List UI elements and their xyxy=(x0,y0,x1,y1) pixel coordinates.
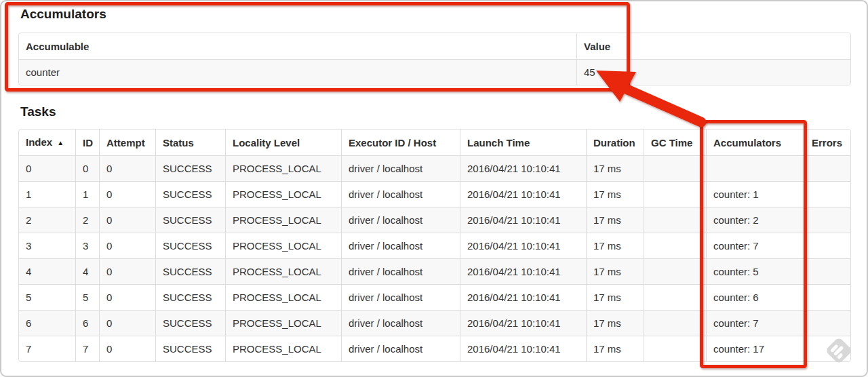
cell-executor: driver / localhost xyxy=(341,181,460,207)
column-header-gc-time[interactable]: GC Time xyxy=(644,130,706,155)
cell-errors xyxy=(804,207,850,233)
column-header-value[interactable]: Value xyxy=(576,33,850,59)
column-header-attempt[interactable]: Attempt xyxy=(99,130,155,155)
cell-errors xyxy=(804,181,850,207)
cell-attempt: 0 xyxy=(99,233,155,258)
column-header-status[interactable]: Status xyxy=(155,130,225,155)
tasks-header-row: Index▲ ID Attempt Status Locality Level … xyxy=(19,130,850,155)
cell-attempt: 0 xyxy=(99,284,155,310)
cell-index: 4 xyxy=(19,258,75,284)
cell-gc xyxy=(644,233,706,258)
cell-duration: 17 ms xyxy=(586,310,644,336)
cell-value: 45 xyxy=(576,59,850,85)
cell-locality: PROCESS_LOCAL xyxy=(225,207,341,233)
cell-gc xyxy=(644,336,706,361)
cell-locality: PROCESS_LOCAL xyxy=(225,233,341,258)
cell-duration: 17 ms xyxy=(586,207,644,233)
cell-duration: 17 ms xyxy=(586,181,644,207)
accumulators-header-row: Accumulable Value xyxy=(19,33,850,59)
cell-gc xyxy=(644,207,706,233)
table-row: 770SUCCESSPROCESS_LOCALdriver / localhos… xyxy=(19,336,850,361)
spark-stage-detail-page: Accumulators Accumulable Value counter45… xyxy=(18,7,850,362)
cell-locality: PROCESS_LOCAL xyxy=(225,181,341,207)
cell-executor: driver / localhost xyxy=(341,258,460,284)
cell-launch: 2016/04/21 10:10:41 xyxy=(460,207,586,233)
cell-status: SUCCESS xyxy=(155,233,225,258)
cell-gc xyxy=(644,155,706,181)
cell-status: SUCCESS xyxy=(155,284,225,310)
cell-id: 4 xyxy=(75,258,99,284)
cell-accumulators: counter: 1 xyxy=(706,181,804,207)
column-header-locality-level[interactable]: Locality Level xyxy=(225,130,341,155)
column-header-id[interactable]: ID xyxy=(75,130,99,155)
cell-status: SUCCESS xyxy=(155,336,225,361)
cell-errors xyxy=(804,258,850,284)
column-header-duration[interactable]: Duration xyxy=(586,130,644,155)
cell-index: 3 xyxy=(19,233,75,258)
cell-launch: 2016/04/21 10:10:41 xyxy=(460,336,586,361)
cell-attempt: 0 xyxy=(99,207,155,233)
cell-status: SUCCESS xyxy=(155,258,225,284)
cell-executor: driver / localhost xyxy=(341,336,460,361)
table-row: 000SUCCESSPROCESS_LOCALdriver / localhos… xyxy=(19,155,850,181)
cell-id: 0 xyxy=(75,155,99,181)
cell-accumulators: counter: 7 xyxy=(706,310,804,336)
tasks-table: Index▲ ID Attempt Status Locality Level … xyxy=(18,129,851,362)
cell-index: 0 xyxy=(19,155,75,181)
cell-status: SUCCESS xyxy=(155,181,225,207)
cell-duration: 17 ms xyxy=(586,258,644,284)
cell-executor: driver / localhost xyxy=(341,233,460,258)
table-row: 330SUCCESSPROCESS_LOCALdriver / localhos… xyxy=(19,233,850,258)
column-header-accumulable[interactable]: Accumulable xyxy=(19,33,576,59)
cell-status: SUCCESS xyxy=(155,207,225,233)
column-header-accumulators[interactable]: Accumulators xyxy=(706,130,804,155)
table-row: 220SUCCESSPROCESS_LOCALdriver / localhos… xyxy=(19,207,850,233)
cell-attempt: 0 xyxy=(99,336,155,361)
cell-accumulable: counter xyxy=(19,59,576,85)
cell-gc xyxy=(644,284,706,310)
table-row: 660SUCCESSPROCESS_LOCALdriver / localhos… xyxy=(19,310,850,336)
cell-accumulators xyxy=(706,155,804,181)
cell-duration: 17 ms xyxy=(586,336,644,361)
tasks-section-title: Tasks xyxy=(20,104,850,119)
table-row: 110SUCCESSPROCESS_LOCALdriver / localhos… xyxy=(19,181,850,207)
column-header-launch-time[interactable]: Launch Time xyxy=(460,130,586,155)
cell-accumulators: counter: 2 xyxy=(706,207,804,233)
cell-executor: driver / localhost xyxy=(341,284,460,310)
cell-id: 6 xyxy=(75,310,99,336)
cell-locality: PROCESS_LOCAL xyxy=(225,310,341,336)
cell-gc xyxy=(644,181,706,207)
cell-index: 5 xyxy=(19,284,75,310)
cell-gc xyxy=(644,258,706,284)
cell-id: 5 xyxy=(75,284,99,310)
cell-id: 3 xyxy=(75,233,99,258)
cell-errors xyxy=(804,310,850,336)
cell-accumulators: counter: 17 xyxy=(706,336,804,361)
column-header-executor-id-host[interactable]: Executor ID / Host xyxy=(341,130,460,155)
column-header-index-label: Index xyxy=(26,136,52,148)
column-header-index[interactable]: Index▲ xyxy=(19,130,75,155)
cell-index: 2 xyxy=(19,207,75,233)
column-header-errors[interactable]: Errors xyxy=(804,130,850,155)
cell-index: 7 xyxy=(19,336,75,361)
cell-attempt: 0 xyxy=(99,181,155,207)
cell-launch: 2016/04/21 10:10:41 xyxy=(460,155,586,181)
cell-id: 2 xyxy=(75,207,99,233)
cell-gc xyxy=(644,310,706,336)
sort-ascending-icon: ▲ xyxy=(57,139,64,146)
cell-accumulators: counter: 7 xyxy=(706,233,804,258)
cell-executor: driver / localhost xyxy=(341,155,460,181)
cell-attempt: 0 xyxy=(99,258,155,284)
cell-launch: 2016/04/21 10:10:41 xyxy=(460,233,586,258)
cell-accumulators: counter: 6 xyxy=(706,284,804,310)
cell-id: 1 xyxy=(75,181,99,207)
cell-executor: driver / localhost xyxy=(341,310,460,336)
cell-status: SUCCESS xyxy=(155,155,225,181)
cell-index: 6 xyxy=(19,310,75,336)
cell-duration: 17 ms xyxy=(586,233,644,258)
cell-attempt: 0 xyxy=(99,155,155,181)
cell-attempt: 0 xyxy=(99,310,155,336)
cell-errors xyxy=(804,233,850,258)
cell-duration: 17 ms xyxy=(586,284,644,310)
cell-executor: driver / localhost xyxy=(341,207,460,233)
